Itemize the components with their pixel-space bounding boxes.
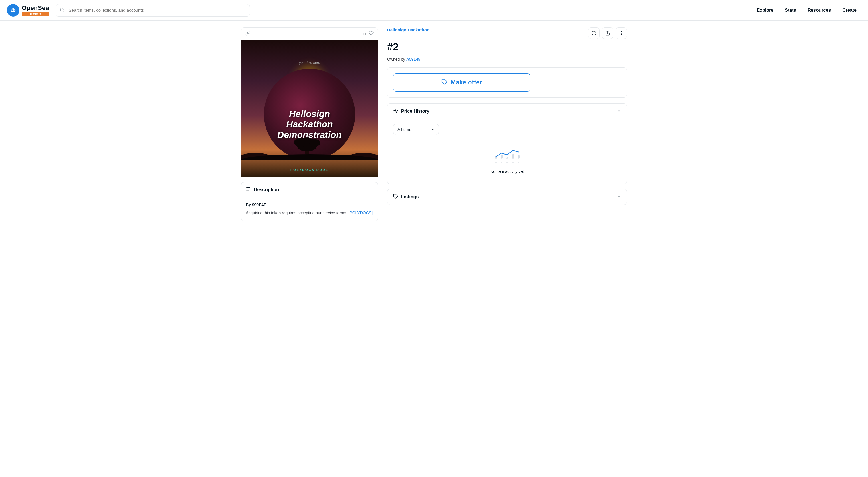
refresh-button[interactable] [588,27,599,39]
price-history-icon [393,108,398,114]
logo-text: OpenSea [22,4,49,12]
svg-point-13 [621,31,622,32]
left-column: 0 your text here [241,27,378,221]
nft-card-header-actions: 0 [364,31,374,37]
chain-icon [245,31,250,37]
make-offer-section: Make offer [387,67,627,98]
price-history-label: Price History [401,109,429,114]
opensea-logo-icon[interactable] [7,4,20,16]
svg-point-8 [302,137,312,144]
owned-by-label: Owned by [387,57,406,62]
nft-tree-silhouette [241,137,378,160]
nft-polydocs-label: POLYDOCS DUDE [290,168,329,171]
nft-title: Hellosign Hackathon Demonstration [270,109,349,140]
description-body: By 999E4E Acquiring this token requires … [241,197,378,221]
no-activity-section: No item activity yet [393,139,621,179]
nft-image-container: your text here Hellosign Hackathon Demon… [241,40,378,177]
owner-link[interactable]: A59145 [406,57,420,62]
time-dropdown-value: All time [398,127,411,132]
svg-point-24 [506,162,508,164]
listings-label: Listings [401,194,418,199]
listings-header[interactable]: Listings [388,189,627,205]
favorite-button[interactable] [369,31,374,37]
search-input[interactable] [56,4,250,16]
svg-point-25 [512,162,514,164]
nft-your-text-label: your text here [299,61,320,65]
price-history-body: All time [388,119,627,184]
description-text: Acquiring this token requires accepting … [246,210,373,216]
description-card: Description By 999E4E Acquiring this tok… [241,182,378,221]
nav-links: Explore Stats Resources Create [752,5,861,15]
no-activity-label: No item activity yet [490,169,524,174]
time-dropdown[interactable]: All time [393,124,439,135]
chevron-down-icon [431,127,435,132]
price-history-chevron-up [617,109,621,114]
nav-stats[interactable]: Stats [780,5,801,15]
description-by-prefix: By [246,203,252,207]
make-offer-label: Make offer [451,79,482,86]
description-header[interactable]: Description [241,182,378,197]
favorite-count: 0 [364,32,366,36]
main-content: 0 your text here [234,21,634,221]
nav-explore[interactable]: Explore [752,5,778,15]
svg-rect-29 [506,157,508,158]
nft-token-id: #2 [387,41,627,53]
search-icon [60,7,64,13]
svg-rect-28 [501,155,502,158]
nft-title-line1: Hellosign [289,109,330,119]
collection-name-link[interactable]: Hellosign Hackathon [387,27,429,32]
description-body-text: Acquiring this token requires accepting … [246,210,347,215]
right-column: Hellosign Hackathon [378,27,627,221]
price-history-header[interactable]: Price History [388,104,627,119]
price-history-header-left: Price History [393,108,429,114]
description-by: By 999E4E [246,202,373,208]
make-offer-button[interactable]: Make offer [393,73,530,92]
description-author: 999E4E [252,203,267,207]
svg-point-0 [60,8,63,11]
description-label: Description [254,187,279,192]
svg-point-14 [621,33,622,33]
nft-image: your text here Hellosign Hackathon Demon… [241,40,378,177]
nft-actions [588,27,627,39]
listings-chevron-down [617,195,621,199]
nav-create[interactable]: Create [838,5,861,15]
listings-header-left: Listings [393,194,418,200]
listings-tag-icon [393,194,398,200]
nft-artwork: your text here Hellosign Hackathon Demon… [241,40,378,177]
description-icon [246,186,251,193]
chart-placeholder-icon [490,144,524,167]
svg-point-22 [495,162,497,164]
nft-header-row: Hellosign Hackathon [387,27,627,39]
svg-point-23 [500,162,502,164]
svg-rect-31 [518,156,520,158]
price-history-card: Price History All time [387,103,627,184]
nft-card-header: 0 [241,27,378,40]
svg-point-26 [518,162,519,164]
owned-by: Owned by A59145 [387,57,627,62]
svg-point-15 [621,35,622,35]
more-options-button[interactable] [616,27,627,39]
tag-icon [441,79,448,87]
svg-rect-30 [512,154,514,158]
nft-title-line2: Hackathon [286,119,333,129]
share-button[interactable] [602,27,613,39]
logo-area: OpenSea Testnets [7,4,49,16]
testnet-badge: Testnets [22,12,49,16]
nav-resources[interactable]: Resources [803,5,835,15]
header: OpenSea Testnets Explore Stats Resources… [0,0,868,21]
logo-text-group: OpenSea Testnets [22,4,49,16]
description-polydocs-link[interactable]: [POLYDOCS] [349,210,373,215]
listings-card: Listings [387,189,627,205]
search-bar[interactable] [56,4,250,16]
